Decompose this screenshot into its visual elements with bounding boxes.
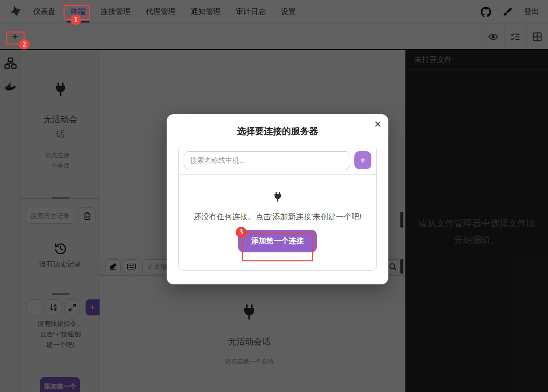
add-connection-button[interactable]: + bbox=[354, 151, 371, 169]
annotation-step-badge: 3 bbox=[236, 227, 247, 238]
annotation-step-badge: 2 bbox=[19, 39, 30, 50]
close-icon[interactable]: × bbox=[374, 118, 381, 130]
app-window: 仪表盘 终端 连接管理 代理管理 通知管理 审计日志 设置 登出 + bbox=[0, 0, 548, 392]
plug-icon bbox=[271, 191, 284, 204]
annotation-box-add-first-connection bbox=[242, 233, 313, 261]
modal-title: 选择要连接的服务器 bbox=[167, 125, 388, 137]
no-connections-text: 还没有任何连接。点击'添加新连接'来创建一个吧! bbox=[190, 210, 366, 223]
server-search-input[interactable] bbox=[184, 151, 350, 169]
annotation-step-badge: 1 bbox=[71, 15, 81, 25]
